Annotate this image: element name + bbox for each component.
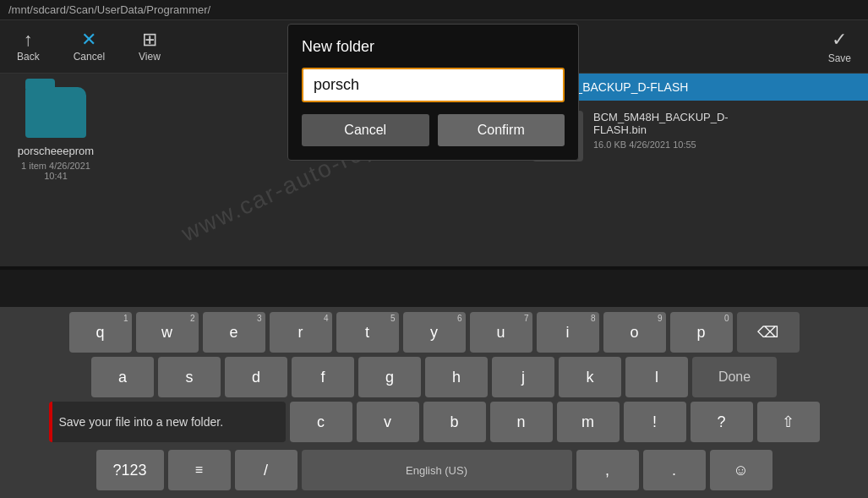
period-key[interactable]: . [643, 450, 706, 490]
key-h[interactable]: h [425, 357, 488, 397]
folder-icon [25, 87, 86, 138]
folder-name-input[interactable] [302, 68, 565, 102]
key-c[interactable]: c [290, 402, 352, 442]
hint-bar: Save your file into a new folder. [49, 402, 286, 442]
keyboard-row-3: Save your file into a new folder. c v b … [3, 402, 865, 446]
right-panel: M48H_BACKUP_D-FLASH BCM_5M48H_BACKUP_D-F… [532, 74, 868, 266]
key-o[interactable]: 9o [603, 312, 666, 353]
bin-file-meta: 16.0 KB 4/26/2021 10:55 [593, 140, 762, 150]
folder-item[interactable]: porscheeeprom 1 item 4/26/2021 10:41 [14, 87, 98, 181]
back-icon: ↑ [24, 30, 33, 49]
key-g[interactable]: g [358, 357, 421, 397]
key-r[interactable]: 4r [270, 312, 332, 353]
key-v[interactable]: v [357, 402, 419, 442]
bin-file-details: BCM_5M48H_BACKUP_D-FLASH.bin 16.0 KB 4/2… [593, 111, 762, 150]
key-e[interactable]: 3e [203, 312, 265, 353]
key-l[interactable]: l [625, 357, 688, 397]
dialog-title: New folder [302, 38, 565, 56]
dialog-cancel-button[interactable]: Cancel [302, 114, 429, 146]
key-a[interactable]: a [91, 357, 154, 397]
key-question[interactable]: ? [691, 402, 753, 442]
dialog-buttons: Cancel Confirm [302, 114, 565, 146]
save-icon: ✓ [832, 29, 847, 51]
key-exclaim[interactable]: ! [624, 402, 686, 442]
numbers-key[interactable]: ?123 [96, 450, 164, 490]
keyboard-row-2: a s d f g h j k l Done [3, 357, 865, 397]
key-i[interactable]: 8i [537, 312, 599, 353]
keyboard-row-1: 1q 2w 3e 4r 5t 6y 7u 8i 9o 0p ⌫ [3, 312, 865, 353]
dialog-confirm-button[interactable]: Confirm [438, 114, 565, 146]
keyboard: 1q 2w 3e 4r 5t 6y 7u 8i 9o 0p ⌫ a s d f … [0, 307, 868, 498]
emoji-key[interactable]: ☺ [710, 450, 772, 490]
view-button[interactable]: ⊞ View [122, 27, 177, 66]
done-key[interactable]: Done [692, 357, 777, 397]
save-button[interactable]: ✓ Save [811, 25, 868, 68]
slash-key[interactable]: / [235, 450, 298, 490]
key-y[interactable]: 6y [403, 312, 466, 353]
folder-meta: 1 item 4/26/2021 10:41 [14, 161, 98, 181]
cancel-button[interactable]: ✕ Cancel [57, 27, 122, 66]
key-m[interactable]: m [557, 402, 620, 442]
view-label: View [139, 51, 161, 63]
key-p[interactable]: 0p [670, 312, 733, 353]
back-label: Back [17, 51, 40, 63]
comma-key[interactable]: , [576, 450, 639, 490]
path-bar: /mnt/sdcard/Scan/UserData/Programmer/ [0, 0, 868, 20]
key-w[interactable]: 2w [136, 312, 199, 353]
hint-text: Save your file into a new folder. [59, 415, 279, 429]
cancel-label: Cancel [74, 51, 105, 63]
save-label: Save [828, 52, 851, 64]
key-j[interactable]: j [492, 357, 554, 397]
bin-file-item[interactable]: BCM_5M48H_BACKUP_D-FLASH.bin 16.0 KB 4/2… [532, 101, 868, 172]
view-icon: ⊞ [142, 30, 157, 49]
shift-key[interactable]: ⇧ [757, 402, 820, 442]
new-folder-dialog: New folder Cancel Confirm [287, 24, 579, 161]
key-q[interactable]: 1q [69, 312, 132, 353]
key-b[interactable]: b [423, 402, 486, 442]
key-f[interactable]: f [292, 357, 354, 397]
key-d[interactable]: d [225, 357, 287, 397]
settings-key[interactable]: ≡ [168, 450, 231, 490]
backspace-key[interactable]: ⌫ [737, 312, 800, 353]
folder-name: porscheeeprom [18, 145, 94, 157]
key-k[interactable]: k [559, 357, 621, 397]
keyboard-row-bottom: ?123 ≡ / English (US) , . ☺ [3, 450, 865, 490]
highlight-bar[interactable]: M48H_BACKUP_D-FLASH [532, 74, 868, 101]
back-button[interactable]: ↑ Back [0, 27, 57, 66]
space-key[interactable]: English (US) [302, 450, 572, 490]
path-text: /mnt/sdcard/Scan/UserData/Programmer/ [8, 3, 210, 16]
divider [0, 266, 868, 270]
cancel-icon: ✕ [81, 30, 96, 49]
key-s[interactable]: s [158, 357, 221, 397]
bin-file-name: BCM_5M48H_BACKUP_D-FLASH.bin [593, 111, 762, 136]
key-u[interactable]: 7u [470, 312, 532, 353]
key-t[interactable]: 5t [336, 312, 399, 353]
key-n[interactable]: n [490, 402, 553, 442]
